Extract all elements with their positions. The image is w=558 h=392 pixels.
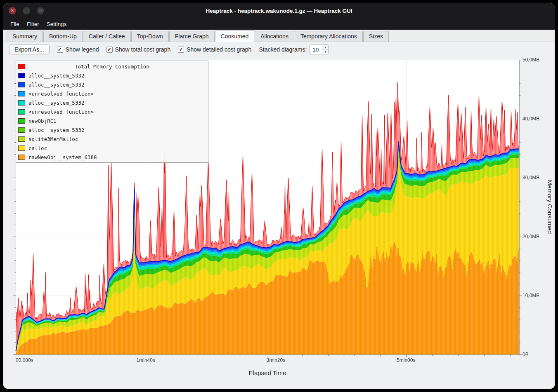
export-as-button[interactable]: Export As... xyxy=(9,45,50,54)
legend-swatch xyxy=(18,155,25,160)
minimize-button[interactable]: — xyxy=(23,7,30,14)
checkbox-label: Show detailed cost graph xyxy=(187,46,251,53)
x-axis-tick-label: 1min40s xyxy=(137,357,155,363)
chart-area: Total Memory Consumptionalloc__system_53… xyxy=(3,57,555,389)
legend-item-label: newObjRC1 xyxy=(28,118,57,124)
checkbox-label: Show legend xyxy=(66,46,99,53)
y-axis-tick-label: 0B xyxy=(523,351,529,358)
legend-title-row: Total Memory Consumption xyxy=(16,62,208,71)
legend-item-label: <unresolved function> xyxy=(28,109,94,115)
close-button[interactable]: ✕ xyxy=(9,7,16,14)
tab-consumed[interactable]: Consumed xyxy=(215,30,255,42)
tab-summary[interactable]: Summary xyxy=(7,31,43,42)
menubar: FileFilterSettings xyxy=(3,18,555,30)
toolbar: Export As... ✓Show legend✓Show total cos… xyxy=(3,42,555,57)
legend-item-label: alloc__system_5332 xyxy=(28,82,84,88)
legend-item-label: alloc__system_5332 xyxy=(28,73,84,79)
stacked-diagrams-spinbox: 10 ▲ ▼ xyxy=(310,45,329,54)
tab-temporary-allocations[interactable]: Temporary Allocations xyxy=(295,31,363,42)
checkbox-show-total-cost-graph: ✓Show total cost graph xyxy=(106,46,171,53)
x-axis-title: Elapsed Time xyxy=(249,369,286,376)
y-axis-tick-label: 50,0MB xyxy=(523,56,539,63)
legend-item: alloc__system_5332 xyxy=(16,80,208,89)
y-axis-tick-label: 10,0MB xyxy=(523,292,539,299)
titlebar: ✕ — □ Heaptrack - heaptrack.wakunode.1.g… xyxy=(3,3,555,18)
legend-swatch xyxy=(18,146,25,151)
menu-settings[interactable]: Settings xyxy=(43,19,71,29)
legend-item: alloc__system_5332 xyxy=(16,125,208,134)
checkbox-label: Show total cost graph xyxy=(115,46,171,53)
legend-swatch xyxy=(18,82,25,87)
spin-down-icon[interactable]: ▼ xyxy=(322,50,328,54)
legend-item: newObjRC1 xyxy=(16,116,208,125)
stacked-diagrams-value[interactable]: 10 xyxy=(310,45,322,54)
menu-filter[interactable]: Filter xyxy=(23,19,43,29)
tab-flame-graph[interactable]: Flame Graph xyxy=(169,31,215,42)
checkbox-icon[interactable]: ✓ xyxy=(57,47,63,53)
tab-allocations[interactable]: Allocations xyxy=(255,31,294,42)
legend-swatch xyxy=(18,109,25,115)
legend-swatch xyxy=(18,100,25,106)
stacked-diagrams-label: Stacked diagrams: xyxy=(259,46,307,53)
chart-legend: Total Memory Consumptionalloc__system_53… xyxy=(16,61,208,163)
spinbox-steppers: ▲ ▼ xyxy=(322,45,328,54)
y-axis-title: Memory Consumed xyxy=(546,180,553,234)
legend-swatch xyxy=(18,127,25,133)
checkbox-show-detailed-cost-graph: ✓Show detailed cost graph xyxy=(178,46,251,53)
checkbox-icon[interactable]: ✓ xyxy=(178,47,184,53)
legend-swatch xyxy=(18,64,25,69)
legend-swatch xyxy=(18,91,25,96)
checkbox-show-legend: ✓Show legend xyxy=(57,46,99,53)
checkbox-icon[interactable]: ✓ xyxy=(106,47,113,53)
legend-item-label: alloc__system_5332 xyxy=(28,127,84,133)
legend-item-label: rawNewObj__system_6388 xyxy=(28,154,97,160)
legend-item: alloc__system_5332 xyxy=(16,71,208,80)
stacked-diagrams-control: Stacked diagrams: 10 ▲ ▼ xyxy=(259,45,329,54)
tab-bar: SummaryBottom-UpCaller / CalleeTop-DownF… xyxy=(3,30,555,42)
legend-swatch xyxy=(18,73,25,78)
legend-swatch xyxy=(18,118,25,124)
maximize-button[interactable]: □ xyxy=(37,7,44,14)
legend-item: rawNewObj__system_6388 xyxy=(16,153,208,162)
legend-item: alloc__system_5332 xyxy=(16,98,208,107)
app-window: ✕ — □ Heaptrack - heaptrack.wakunode.1.g… xyxy=(3,3,555,389)
legend-item: sqlite3MemMalloc xyxy=(16,134,208,143)
window-buttons: ✕ — □ xyxy=(9,7,44,14)
x-axis-tick-label: 00.000s xyxy=(16,357,33,363)
legend-title: Total Memory Consumption xyxy=(28,63,196,70)
legend-swatch xyxy=(18,136,25,142)
window-title: Heaptrack - heaptrack.wakunode.1.gz — He… xyxy=(206,8,352,14)
legend-item-label: sqlite3MemMalloc xyxy=(28,136,78,142)
legend-item-label: <unresolved function> xyxy=(28,91,94,97)
tab-bottom-up[interactable]: Bottom-Up xyxy=(43,31,83,42)
y-axis-tick-label: 40,0MB xyxy=(523,115,539,122)
legend-item: <unresolved function> xyxy=(16,89,208,98)
tab-caller-callee[interactable]: Caller / Callee xyxy=(83,31,131,42)
legend-item-label: calloc xyxy=(28,145,47,151)
tab-top-down[interactable]: Top-Down xyxy=(131,31,169,42)
tab-sizes[interactable]: Sizes xyxy=(363,31,389,42)
checkbox-group: ✓Show legend✓Show total cost graph✓Show … xyxy=(57,46,252,53)
y-axis-tick-label: 30,0MB xyxy=(523,174,539,181)
menu-file[interactable]: File xyxy=(7,19,23,29)
spin-up-icon[interactable]: ▲ xyxy=(322,45,328,50)
legend-item-label: alloc__system_5332 xyxy=(28,100,84,106)
x-axis-tick-label: 3min20s xyxy=(267,357,285,363)
y-axis-tick-label: 20,0MB xyxy=(523,233,539,240)
legend-item: calloc xyxy=(16,143,208,153)
legend-item: <unresolved function> xyxy=(16,107,208,116)
x-axis-tick-label: 5min00s xyxy=(397,357,415,363)
